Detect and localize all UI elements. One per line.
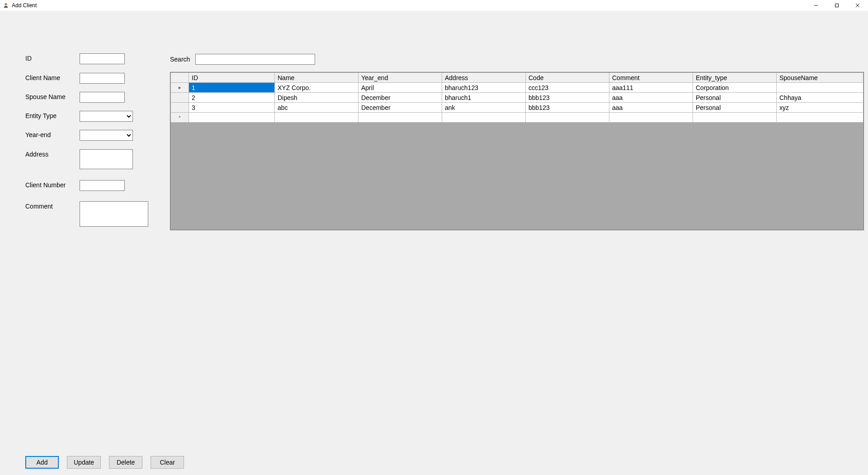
data-grid[interactable]: ID Name Year_end Address Code Comment En…: [170, 72, 864, 230]
cell-spouse_name[interactable]: xyz: [777, 103, 863, 113]
entity-type-label: Entity Type: [25, 111, 80, 119]
cell-name[interactable]: Dipesh: [275, 93, 359, 103]
titlebar-left: Add Client: [3, 2, 37, 9]
col-header-name[interactable]: Name: [275, 73, 359, 83]
comment-input[interactable]: [80, 201, 148, 227]
cell-entity_type[interactable]: Corporation: [693, 83, 777, 93]
cell-empty[interactable]: [693, 113, 777, 123]
cell-empty[interactable]: [609, 113, 693, 123]
cell-empty[interactable]: [189, 113, 275, 123]
cell-name[interactable]: abc: [275, 103, 359, 113]
id-label: ID: [25, 53, 80, 62]
row-header-new[interactable]: *: [171, 113, 189, 123]
col-header-comment[interactable]: Comment: [609, 73, 693, 83]
client-number-input[interactable]: [80, 180, 125, 191]
button-row: Add Update Delete Clear: [25, 456, 184, 469]
col-header-year-end[interactable]: Year_end: [359, 73, 442, 83]
maximize-button[interactable]: [826, 0, 847, 11]
clear-button[interactable]: Clear: [151, 456, 184, 469]
minimize-button[interactable]: [806, 0, 826, 11]
entity-type-select[interactable]: [80, 111, 133, 122]
cell-spouse_name[interactable]: [777, 83, 863, 93]
cell-empty[interactable]: [275, 113, 359, 123]
cell-empty[interactable]: [777, 113, 863, 123]
id-input[interactable]: [80, 53, 125, 64]
spouse-name-input[interactable]: [80, 92, 125, 103]
col-header-entity-type[interactable]: Entity_type: [693, 73, 777, 83]
address-label: Address: [25, 149, 80, 158]
cell-code[interactable]: bbb123: [526, 103, 609, 113]
cell-name[interactable]: XYZ Corpo.: [275, 83, 359, 93]
table-row[interactable]: 3abcDecemberankbbb123aaaPersonalxyz: [171, 103, 863, 113]
table-row[interactable]: ▸1XYZ Corpo.Aprilbharuch123ccc123aaa111C…: [171, 83, 863, 93]
grid-corner[interactable]: [171, 73, 189, 83]
cell-entity_type[interactable]: Personal: [693, 103, 777, 113]
row-header[interactable]: [171, 103, 189, 113]
svg-rect-2: [835, 4, 839, 7]
comment-label: Comment: [25, 201, 80, 210]
cell-address[interactable]: ank: [442, 103, 526, 113]
row-header[interactable]: ▸: [171, 83, 189, 93]
col-header-id[interactable]: ID: [189, 73, 275, 83]
cell-year_end[interactable]: April: [359, 83, 442, 93]
cell-comment[interactable]: aaa: [609, 93, 693, 103]
address-input[interactable]: [80, 149, 133, 169]
update-button[interactable]: Update: [67, 456, 101, 469]
row-header[interactable]: [171, 93, 189, 103]
cell-address[interactable]: bharuch123: [442, 83, 526, 93]
cell-year_end[interactable]: December: [359, 93, 442, 103]
cell-code[interactable]: ccc123: [526, 83, 609, 93]
window-title: Add Client: [12, 2, 37, 9]
year-end-select[interactable]: [80, 130, 133, 141]
table-new-row[interactable]: *: [171, 113, 863, 123]
add-button[interactable]: Add: [25, 456, 59, 469]
cell-id[interactable]: 1: [189, 83, 275, 93]
close-button[interactable]: [847, 0, 868, 11]
col-header-spouse-name[interactable]: SpouseName: [777, 73, 863, 83]
cell-id[interactable]: 3: [189, 103, 275, 113]
cell-address[interactable]: bharuch1: [442, 93, 526, 103]
cell-comment[interactable]: aaa: [609, 103, 693, 113]
client-name-label: Client Name: [25, 73, 80, 81]
spouse-name-label: Spouse Name: [25, 92, 80, 100]
search-input[interactable]: [195, 54, 315, 65]
app-icon: [3, 2, 9, 9]
client-name-input[interactable]: [80, 73, 125, 84]
cell-code[interactable]: bbb123: [526, 93, 609, 103]
client-number-label: Client Number: [25, 180, 80, 189]
col-header-code[interactable]: Code: [526, 73, 609, 83]
col-header-address[interactable]: Address: [442, 73, 526, 83]
search-label: Search: [170, 56, 190, 63]
cell-entity_type[interactable]: Personal: [693, 93, 777, 103]
titlebar: Add Client: [0, 0, 868, 11]
cell-comment[interactable]: aaa111: [609, 83, 693, 93]
cell-empty[interactable]: [359, 113, 442, 123]
cell-year_end[interactable]: December: [359, 103, 442, 113]
cell-id[interactable]: 2: [189, 93, 275, 103]
year-end-label: Year-end: [25, 130, 80, 138]
cell-spouse_name[interactable]: Chhaya: [777, 93, 863, 103]
table-row[interactable]: 2DipeshDecemberbharuch1bbb123aaaPersonal…: [171, 93, 863, 103]
window-controls: [806, 0, 868, 11]
client-area: ID Client Name Spouse Name Entity Type Y…: [0, 11, 868, 475]
cell-empty[interactable]: [526, 113, 609, 123]
svg-point-0: [5, 3, 7, 5]
delete-button[interactable]: Delete: [109, 456, 142, 469]
cell-empty[interactable]: [442, 113, 526, 123]
